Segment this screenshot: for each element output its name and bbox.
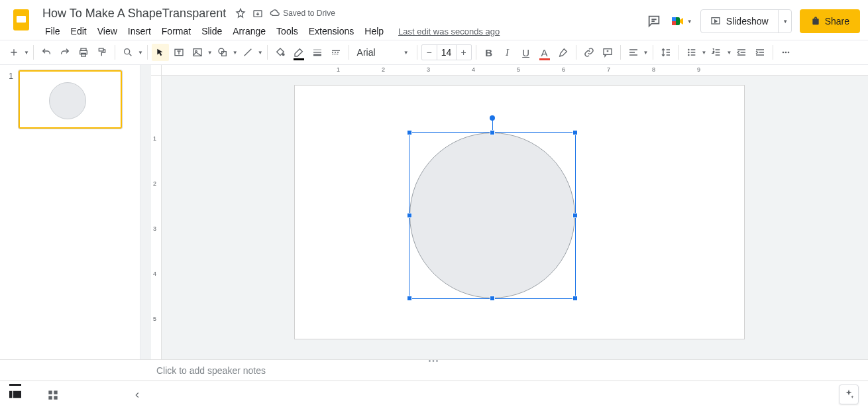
- font-size-increase[interactable]: +: [457, 47, 471, 58]
- ruler-horizontal: 1 2 3 4 5 6 7 8 9: [162, 65, 868, 76]
- svg-rect-29: [48, 396, 52, 399]
- collapse-filmstrip-button[interactable]: [133, 390, 142, 400]
- svg-rect-10: [99, 48, 103, 51]
- explore-button[interactable]: [839, 384, 859, 404]
- shape-selection[interactable]: [409, 132, 576, 299]
- new-slide-button[interactable]: ▼: [5, 44, 29, 61]
- paint-format-button[interactable]: [93, 44, 111, 61]
- menu-help[interactable]: Help: [359, 23, 389, 39]
- numbered-list-button[interactable]: ▼: [708, 44, 732, 61]
- image-button[interactable]: ▼: [189, 44, 213, 61]
- slides-logo[interactable]: [8, 7, 34, 33]
- slide-canvas[interactable]: [294, 85, 745, 339]
- svg-point-19: [688, 49, 688, 50]
- svg-point-22: [783, 52, 785, 54]
- resize-handle-sw[interactable]: [407, 296, 412, 301]
- font-size-input[interactable]: 14: [437, 45, 457, 60]
- toolbar: ▼ ▼ ▼ ▼ ▼ Arial▼ − 14 + B I U A ▼ ▼ ▼: [0, 40, 868, 65]
- svg-point-20: [688, 52, 688, 52]
- menu-insert[interactable]: Insert: [123, 23, 156, 39]
- line-spacing-button[interactable]: [657, 44, 675, 61]
- print-button[interactable]: [75, 44, 92, 61]
- text-color-button[interactable]: A: [536, 44, 553, 61]
- slideshow-dropdown[interactable]: ▼: [778, 10, 791, 32]
- font-size-group: − 14 +: [421, 44, 472, 60]
- svg-rect-1: [17, 16, 26, 23]
- share-label: Share: [825, 16, 849, 27]
- resize-handle-n[interactable]: [490, 130, 495, 135]
- undo-button[interactable]: [38, 44, 55, 61]
- resize-handle-e[interactable]: [572, 213, 578, 218]
- menu-extensions[interactable]: Extensions: [303, 23, 359, 39]
- bottom-bar: [0, 381, 868, 408]
- cloud-status[interactable]: Saved to Drive: [270, 8, 335, 19]
- speaker-notes[interactable]: ••• Click to add speaker notes: [0, 359, 868, 381]
- font-size-decrease[interactable]: −: [422, 47, 437, 58]
- filmstrip[interactable]: 1: [0, 65, 140, 359]
- oval-shape[interactable]: [409, 133, 575, 298]
- filmstrip-view-button[interactable]: [9, 384, 21, 399]
- font-select[interactable]: Arial▼: [353, 47, 413, 58]
- align-button[interactable]: ▼: [625, 44, 649, 61]
- resize-handle-ne[interactable]: [572, 130, 578, 135]
- fill-color-button[interactable]: [272, 44, 289, 61]
- meet-button[interactable]: ▼: [670, 13, 692, 29]
- menu-tools[interactable]: Tools: [271, 23, 303, 39]
- highlight-button[interactable]: [555, 44, 572, 61]
- svg-point-24: [788, 52, 790, 54]
- menu-edit[interactable]: Edit: [66, 23, 92, 39]
- slide-thumbnail[interactable]: [19, 70, 122, 129]
- comments-icon[interactable]: [646, 13, 662, 29]
- indent-decrease-button[interactable]: [733, 44, 750, 61]
- menu-view[interactable]: View: [92, 23, 123, 39]
- document-title[interactable]: How To Make A ShapeTransparent: [40, 5, 229, 22]
- border-weight-button[interactable]: [309, 44, 326, 61]
- move-icon[interactable]: [252, 8, 263, 19]
- menu-slide[interactable]: Slide: [196, 23, 227, 39]
- resize-handle-nw[interactable]: [407, 130, 412, 135]
- thumb-shape-circle: [49, 82, 86, 119]
- link-button[interactable]: [580, 44, 598, 61]
- last-edit-link[interactable]: Last edit was seconds ago: [398, 27, 500, 36]
- grid-view-button[interactable]: [48, 390, 58, 400]
- svg-rect-4: [672, 17, 676, 21]
- slideshow-label: Slideshow: [726, 16, 769, 27]
- slideshow-button[interactable]: Slideshow: [701, 10, 778, 32]
- notes-placeholder: Click to add speaker notes: [156, 365, 266, 376]
- border-color-button[interactable]: [290, 44, 307, 61]
- saved-label: Saved to Drive: [283, 9, 335, 18]
- share-button[interactable]: Share: [800, 9, 860, 33]
- textbox-button[interactable]: [170, 44, 188, 61]
- menu-format[interactable]: Format: [156, 23, 196, 39]
- bullet-list-button[interactable]: ▼: [683, 44, 707, 61]
- svg-rect-25: [9, 391, 13, 398]
- indent-increase-button[interactable]: [751, 44, 769, 61]
- line-button[interactable]: ▼: [239, 44, 263, 61]
- notes-resize-handle[interactable]: •••: [429, 357, 440, 365]
- star-icon[interactable]: [235, 8, 246, 19]
- italic-button[interactable]: I: [499, 44, 516, 61]
- resize-handle-s[interactable]: [490, 296, 495, 301]
- rotation-handle[interactable]: [490, 115, 495, 121]
- canvas-area[interactable]: 1 2 3 4 5 6 7 8 9 1 2 3 4 5: [140, 65, 868, 359]
- select-tool[interactable]: [152, 44, 169, 61]
- resize-handle-se[interactable]: [572, 296, 578, 301]
- bold-button[interactable]: B: [480, 44, 498, 61]
- menu-file[interactable]: File: [40, 23, 66, 39]
- header: How To Make A ShapeTransparent Saved to …: [0, 0, 868, 40]
- svg-rect-5: [672, 21, 676, 25]
- resize-handle-w[interactable]: [407, 213, 412, 218]
- menu-arrange[interactable]: Arrange: [227, 23, 271, 39]
- header-right: ▼ Slideshow ▼ Share: [646, 5, 860, 33]
- zoom-button[interactable]: ▼: [119, 44, 143, 61]
- svg-rect-26: [13, 391, 21, 398]
- shape-button[interactable]: ▼: [214, 44, 238, 61]
- svg-point-23: [785, 52, 787, 54]
- comment-button[interactable]: [599, 44, 616, 61]
- more-button[interactable]: [777, 44, 794, 61]
- underline-button[interactable]: U: [517, 44, 535, 61]
- redo-button[interactable]: [56, 44, 74, 61]
- svg-point-17: [282, 54, 284, 56]
- border-dash-button[interactable]: [327, 44, 345, 61]
- slide-thumb-1[interactable]: 1: [5, 70, 135, 129]
